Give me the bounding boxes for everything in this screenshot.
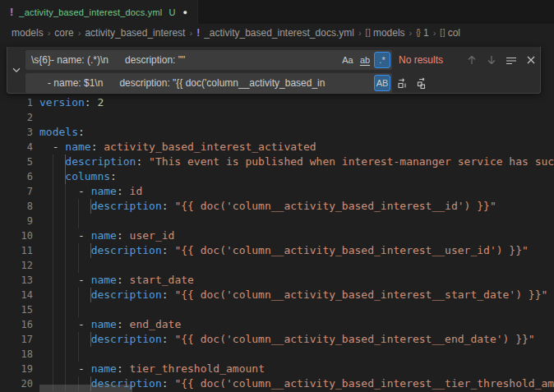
- breadcrumb-item[interactable]: [ ]models: [366, 27, 405, 39]
- breadcrumb-item[interactable]: [ ]col: [440, 27, 460, 39]
- code-line-text: [39, 302, 554, 317]
- indent-guide: [65, 288, 66, 302]
- regex-button[interactable]: .*: [374, 52, 390, 68]
- code-line[interactable]: 4 - name: activity_based_interest_activa…: [0, 140, 554, 154]
- indent-guide: [53, 154, 53, 169]
- breadcrumb-separator-icon: ›: [409, 28, 413, 38]
- code-line-text: [39, 258, 554, 273]
- indent-guide: [65, 199, 66, 214]
- line-number: 13: [0, 273, 33, 288]
- code-line-text: [39, 214, 554, 228]
- breadcrumb-item[interactable]: core: [54, 27, 73, 39]
- replace-button[interactable]: [394, 74, 412, 92]
- breadcrumb-label: 1: [423, 27, 429, 39]
- indent-guide: [90, 288, 91, 302]
- toggle-replace-button[interactable]: [7, 47, 25, 93]
- code-line-text: description: "{{ doc('column__activity_b…: [39, 243, 554, 258]
- code-line[interactable]: 1version: 2: [0, 95, 554, 110]
- editor-tab[interactable]: ! _activity_based_interest_docs.yml U ●: [0, 0, 198, 24]
- code-line[interactable]: 6 columns:: [0, 169, 554, 184]
- code-line-text: - name: user_id: [39, 228, 554, 243]
- symbol-array-icon: [ ]: [440, 28, 444, 37]
- previous-match-button[interactable]: [463, 51, 481, 69]
- yaml-file-icon: !: [10, 6, 13, 18]
- indent-guide: [65, 273, 66, 288]
- line-number: 16: [0, 317, 33, 332]
- code-line[interactable]: 2: [0, 110, 554, 125]
- breadcrumb-item[interactable]: models: [12, 27, 44, 39]
- selection-icon: [505, 53, 518, 67]
- code-line-text: version: 2: [39, 95, 554, 110]
- code-line[interactable]: 3models:: [0, 125, 554, 140]
- code-line-text: description: "{{ doc('column__activity_b…: [39, 332, 554, 347]
- indent-guide: [53, 243, 53, 258]
- line-number: 6: [0, 169, 33, 184]
- indent-guide: [90, 332, 91, 347]
- next-match-button[interactable]: [482, 51, 501, 69]
- code-line[interactable]: 9: [0, 214, 554, 228]
- line-number: 20: [0, 376, 33, 391]
- code-line[interactable]: 17 description: "{{ doc('column__activit…: [0, 332, 554, 347]
- code-line[interactable]: 12: [0, 258, 554, 273]
- code-line[interactable]: 14 description: "{{ doc('column__activit…: [0, 288, 554, 302]
- breadcrumb-separator-icon: ›: [78, 28, 81, 38]
- code-line[interactable]: 18: [0, 347, 554, 362]
- arrow-down-icon: [485, 53, 498, 67]
- code-line[interactable]: 15: [0, 302, 554, 317]
- line-number: 12: [0, 258, 33, 273]
- code-line-text: description: "{{ doc('column__activity_b…: [39, 199, 554, 214]
- indent-guide: [65, 154, 66, 169]
- breadcrumb-item[interactable]: activity_based_interest: [85, 27, 185, 39]
- code-line[interactable]: 10 - name: user_id: [0, 228, 554, 243]
- close-button[interactable]: [522, 51, 540, 69]
- breadcrumb-item[interactable]: !_activity_based_interest_docs.yml: [196, 27, 354, 39]
- symbol-array-icon: [ ]: [366, 28, 370, 37]
- code-lines: 1version: 223models:4 - name: activity_b…: [0, 95, 554, 391]
- code-line[interactable]: 5 description: "This event is published …: [0, 154, 554, 169]
- indent-guide: [53, 362, 53, 376]
- indent-guide: [78, 302, 79, 317]
- tab-bar: ! _activity_based_interest_docs.yml U ●: [0, 0, 554, 24]
- find-input[interactable]: [25, 50, 392, 70]
- editor-pane[interactable]: Aa ab .* No results: [0, 41, 554, 392]
- code-line[interactable]: 13 - name: start_date: [0, 273, 554, 288]
- match-case-button[interactable]: Aa: [339, 52, 356, 68]
- code-line-text: - name: activity_based_interest_activate…: [39, 140, 554, 154]
- breadcrumb: models›core›activity_based_interest›!_ac…: [0, 24, 554, 41]
- indent-guide: [78, 243, 79, 258]
- line-number: 4: [0, 140, 33, 154]
- code-line[interactable]: 19 - name: tier_threshold_amount: [0, 362, 554, 376]
- code-line-text: description: "{{ doc('column__activity_b…: [39, 288, 554, 302]
- indent-guide: [53, 332, 53, 347]
- breadcrumb-label: core: [54, 27, 73, 39]
- breadcrumb-item[interactable]: {}1: [416, 27, 428, 39]
- regex-label: .*: [379, 55, 385, 65]
- replace-input[interactable]: [25, 73, 392, 93]
- indent-guide: [65, 258, 66, 273]
- code-line-text: - name: tier_threshold_amount: [39, 362, 554, 376]
- indent-guide: [65, 302, 66, 317]
- match-case-label: Aa: [342, 55, 353, 65]
- code-line[interactable]: 8 description: "{{ doc('column__activity…: [0, 199, 554, 214]
- line-number: 17: [0, 332, 33, 347]
- line-number: 15: [0, 302, 33, 317]
- indent-guide: [78, 258, 79, 273]
- line-number: 8: [0, 199, 33, 214]
- whole-word-button[interactable]: ab: [357, 52, 373, 68]
- replace-all-icon: [416, 76, 429, 90]
- preserve-case-button[interactable]: AB: [374, 75, 390, 91]
- chevron-down-icon: [11, 64, 22, 76]
- arrow-up-icon: [465, 53, 478, 67]
- code-line[interactable]: 16 - name: end_date: [0, 317, 554, 332]
- code-line[interactable]: 7 - name: id: [0, 184, 554, 199]
- modified-indicator-icon[interactable]: ●: [182, 8, 187, 16]
- find-in-selection-button[interactable]: [502, 51, 520, 69]
- replace-all-button[interactable]: [413, 74, 432, 92]
- indent-guide: [65, 214, 66, 228]
- indent-guide: [53, 302, 53, 317]
- code-line[interactable]: 11 description: "{{ doc('column__activit…: [0, 243, 554, 258]
- horizontal-scrollbar[interactable]: [39, 385, 132, 392]
- indent-guide: [53, 184, 53, 199]
- find-replace-widget: Aa ab .* No results: [7, 47, 541, 94]
- code-line-text: - name: end_date: [39, 317, 554, 332]
